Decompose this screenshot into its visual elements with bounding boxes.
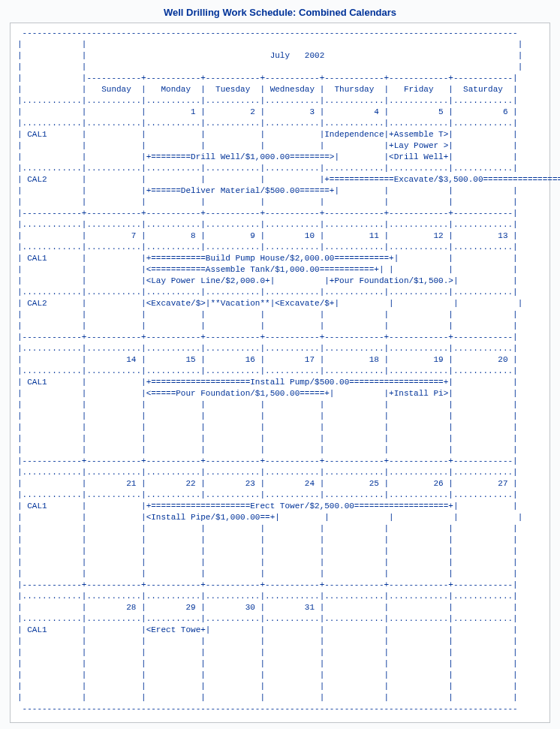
page-title: Well Drilling Work Schedule: Combined Ca…: [0, 0, 560, 23]
report-frame: ----------------------------------------…: [10, 23, 550, 723]
calendar-report: ----------------------------------------…: [17, 28, 543, 715]
